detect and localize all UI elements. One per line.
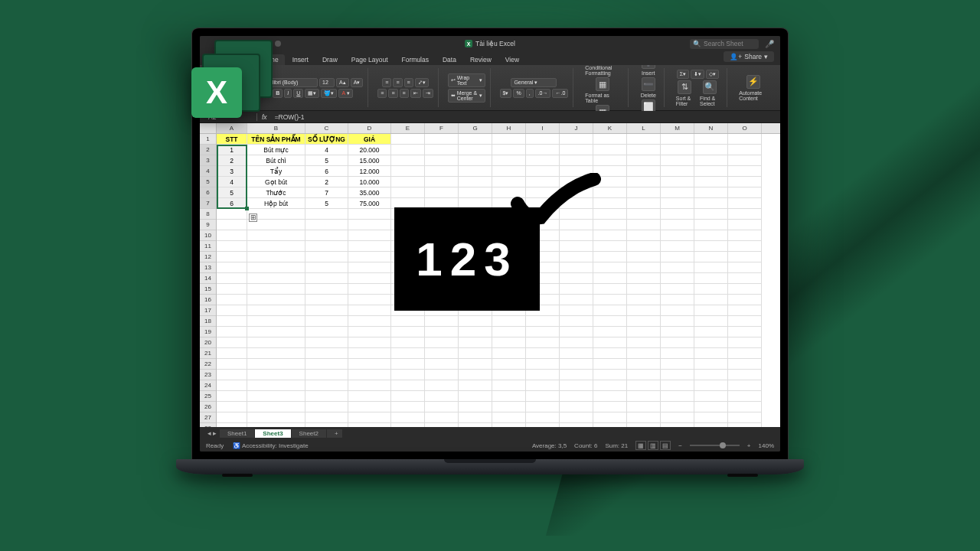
cell[interactable] xyxy=(661,284,694,295)
zoom-in-button[interactable]: + xyxy=(747,442,751,449)
cell[interactable] xyxy=(694,284,728,295)
merge-center-button[interactable]: ⬌ Merge & Center ▾ xyxy=(448,89,485,103)
spreadsheet-grid[interactable]: 1234567891011121314151617181920212223242… xyxy=(200,123,780,427)
sheet-tab-3[interactable]: Sheet2 xyxy=(292,429,327,438)
cell[interactable] xyxy=(492,337,526,348)
cell[interactable]: 35.000 xyxy=(348,187,391,198)
cell[interactable] xyxy=(627,209,661,220)
cell[interactable] xyxy=(627,198,661,209)
cell[interactable] xyxy=(694,402,728,412)
maximize-dot[interactable] xyxy=(275,41,281,47)
cell[interactable] xyxy=(627,370,661,380)
cell[interactable] xyxy=(694,316,728,327)
cell[interactable] xyxy=(593,145,627,155)
cell[interactable] xyxy=(305,273,348,284)
cell[interactable] xyxy=(728,359,762,370)
cell[interactable] xyxy=(694,209,728,220)
cell[interactable] xyxy=(560,348,593,359)
decrease-decimal-button[interactable]: ←.0 xyxy=(552,89,568,98)
cell[interactable] xyxy=(459,402,492,412)
row-header-18[interactable]: 18 xyxy=(200,316,216,327)
cell[interactable] xyxy=(247,305,305,316)
cell[interactable] xyxy=(247,273,305,284)
cell[interactable] xyxy=(728,145,762,155)
cell[interactable] xyxy=(391,359,425,370)
row-header-8[interactable]: 8 xyxy=(200,209,216,220)
cell[interactable] xyxy=(661,423,694,427)
cell[interactable] xyxy=(217,295,247,305)
cell[interactable] xyxy=(425,402,459,412)
row-header-19[interactable]: 19 xyxy=(200,327,216,337)
clear-button[interactable]: ◇▾ xyxy=(706,70,719,79)
cell[interactable] xyxy=(217,402,247,412)
page-layout-view-button[interactable]: ▥ xyxy=(648,441,658,450)
cell[interactable] xyxy=(661,155,694,166)
cell[interactable]: Bút mực xyxy=(247,145,305,155)
cell[interactable] xyxy=(247,295,305,305)
align-top-button[interactable]: ≡ xyxy=(382,78,391,87)
cell[interactable] xyxy=(661,380,694,391)
formula-input[interactable]: =ROW()-1 xyxy=(272,113,780,121)
row-header-9[interactable]: 9 xyxy=(200,220,216,230)
cell[interactable] xyxy=(217,305,247,316)
cell[interactable] xyxy=(661,305,694,316)
column-header-O[interactable]: O xyxy=(728,123,762,133)
cell[interactable] xyxy=(728,187,762,198)
row-header-11[interactable]: 11 xyxy=(200,241,216,252)
cell[interactable] xyxy=(348,241,391,252)
cell[interactable] xyxy=(728,134,762,145)
cell[interactable] xyxy=(694,359,728,370)
cell[interactable] xyxy=(459,348,492,359)
comma-button[interactable]: , xyxy=(526,89,534,98)
orientation-button[interactable]: ⤢▾ xyxy=(415,78,429,87)
column-header-D[interactable]: D xyxy=(348,123,391,133)
cell[interactable] xyxy=(391,134,425,145)
cell[interactable] xyxy=(728,252,762,262)
cell[interactable] xyxy=(217,348,247,359)
column-header-F[interactable]: F xyxy=(425,123,459,133)
cell[interactable] xyxy=(560,155,593,166)
cell[interactable] xyxy=(694,380,728,391)
cell[interactable]: 12.000 xyxy=(348,166,391,177)
cell[interactable] xyxy=(247,348,305,359)
cell[interactable] xyxy=(593,252,627,262)
cell[interactable] xyxy=(425,187,459,198)
cell[interactable] xyxy=(526,316,560,327)
cell[interactable] xyxy=(728,412,762,423)
cell[interactable] xyxy=(348,316,391,327)
cell[interactable] xyxy=(694,134,728,145)
sheet-tab-1[interactable]: Sheet1 xyxy=(220,429,255,438)
cell[interactable] xyxy=(305,284,348,295)
cell[interactable] xyxy=(305,327,348,337)
cell[interactable] xyxy=(391,145,425,155)
sheet-tab-2[interactable]: Sheet3 xyxy=(255,429,291,438)
cell[interactable] xyxy=(305,209,348,220)
cell[interactable] xyxy=(492,327,526,337)
cell[interactable]: 4 xyxy=(217,177,247,187)
cell[interactable] xyxy=(425,337,459,348)
cell[interactable] xyxy=(694,305,728,316)
cell[interactable] xyxy=(217,230,247,241)
cell[interactable] xyxy=(526,359,560,370)
share-button[interactable]: 👤+ Share ▾ xyxy=(724,51,774,62)
cell[interactable]: Gọt bút xyxy=(247,177,305,187)
cell[interactable] xyxy=(694,230,728,241)
cell[interactable] xyxy=(627,337,661,348)
cell[interactable] xyxy=(694,198,728,209)
cell[interactable]: 7 xyxy=(305,187,348,198)
indent-decrease-button[interactable]: ⇤ xyxy=(410,89,421,98)
cell[interactable]: 2 xyxy=(305,177,348,187)
cell[interactable] xyxy=(247,412,305,423)
cell[interactable] xyxy=(526,370,560,380)
cell[interactable] xyxy=(391,316,425,327)
cell[interactable] xyxy=(459,337,492,348)
sheet-nav-prev[interactable]: ◂ xyxy=(207,429,211,437)
cell[interactable] xyxy=(694,220,728,230)
cell[interactable] xyxy=(492,412,526,423)
cell[interactable] xyxy=(217,337,247,348)
tab-data[interactable]: Data xyxy=(436,54,462,65)
cell[interactable] xyxy=(627,241,661,252)
cell[interactable] xyxy=(217,220,247,230)
tab-formulas[interactable]: Formulas xyxy=(396,54,435,65)
cell[interactable] xyxy=(247,327,305,337)
